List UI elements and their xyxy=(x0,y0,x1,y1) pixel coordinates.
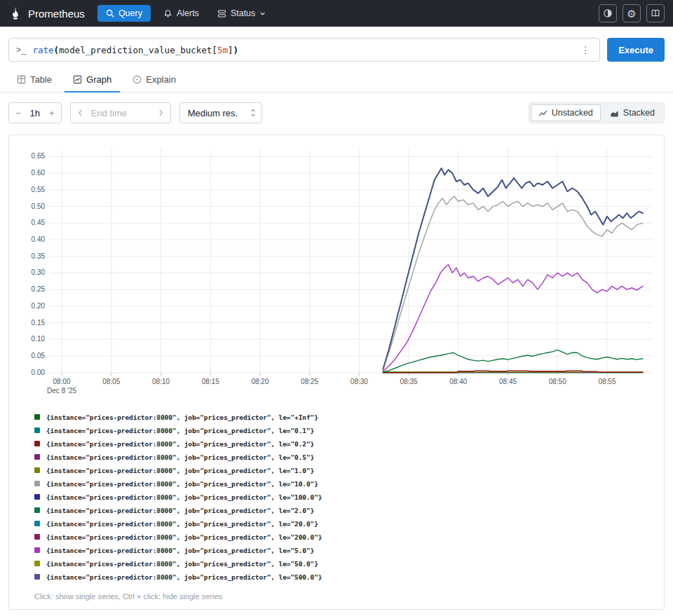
legend-item[interactable]: {instance="prices-predictor:8000", job="… xyxy=(34,544,657,557)
legend-label: {instance="prices-predictor:8000", job="… xyxy=(46,520,318,528)
graph-canvas[interactable]: 0.000.050.100.150.200.250.300.350.400.45… xyxy=(16,144,657,401)
legend-item[interactable]: {instance="prices-predictor:8000", job="… xyxy=(34,437,657,451)
range-value[interactable]: 1h xyxy=(27,103,43,123)
terminal-prompt-icon: >_ xyxy=(16,45,26,55)
range-increase-button[interactable]: + xyxy=(43,103,61,123)
resolution-select[interactable]: Medium res. xyxy=(179,102,263,123)
legend-label: {instance="prices-predictor:8000", job="… xyxy=(46,453,314,461)
legend-label: {instance="prices-predictor:8000", job="… xyxy=(46,560,318,568)
prometheus-logo-icon xyxy=(8,6,22,20)
search-icon xyxy=(106,9,114,18)
legend-list: {instance="prices-predictor:8000", job="… xyxy=(34,411,657,584)
legend-item[interactable]: {instance="prices-predictor:8000", job="… xyxy=(34,451,657,464)
svg-text:08:35: 08:35 xyxy=(400,378,417,385)
svg-text:08:25: 08:25 xyxy=(301,378,318,385)
svg-text:08:05: 08:05 xyxy=(102,378,120,385)
chevron-down-icon xyxy=(259,11,266,17)
brand-name: Prometheus xyxy=(28,8,85,20)
svg-text:0.40: 0.40 xyxy=(32,235,46,243)
settings-button[interactable]: ⚙ xyxy=(623,4,641,22)
legend-label: {instance="prices-predictor:8000", job="… xyxy=(46,467,314,474)
legend-label: {instance="prices-predictor:8000", job="… xyxy=(46,413,318,421)
time-back-button[interactable] xyxy=(71,103,90,123)
legend-item[interactable]: {instance="prices-predictor:8000", job="… xyxy=(34,557,657,570)
svg-text:0.05: 0.05 xyxy=(32,352,46,360)
nav-status[interactable]: Status xyxy=(212,5,271,22)
legend-item[interactable]: {instance="prices-predictor:8000", job="… xyxy=(34,491,657,504)
table-icon xyxy=(17,75,26,84)
nav-alerts-label: Alerts xyxy=(177,8,199,18)
nav-alerts[interactable]: Alerts xyxy=(158,5,205,22)
legend-item[interactable]: {instance="prices-predictor:8000", job="… xyxy=(34,531,657,544)
graph-panel: 0.000.050.100.150.200.250.300.350.400.45… xyxy=(8,135,665,610)
tabs: Table Graph Explain xyxy=(0,62,673,93)
expr-token: [ xyxy=(212,45,217,55)
docs-button[interactable] xyxy=(646,4,665,22)
svg-text:Dec 8 '25: Dec 8 '25 xyxy=(47,387,76,395)
query-expression[interactable]: rate(model_prediction_value_bucket[5m]) xyxy=(32,45,572,55)
legend-label: {instance="prices-predictor:8000", job="… xyxy=(46,533,322,541)
legend-item[interactable]: {instance="prices-predictor:8000", job="… xyxy=(34,504,657,517)
select-updown-icon xyxy=(250,108,256,118)
stacked-button[interactable]: Stacked xyxy=(602,104,662,121)
theme-toggle-button[interactable] xyxy=(599,4,617,22)
svg-text:08:40: 08:40 xyxy=(449,378,467,385)
svg-text:0.45: 0.45 xyxy=(32,219,46,226)
legend-label: {instance="prices-predictor:8000", job="… xyxy=(46,427,314,434)
range-decrease-button[interactable]: − xyxy=(9,103,27,123)
svg-text:0.65: 0.65 xyxy=(32,152,46,160)
query-input[interactable]: >_ rate(model_prediction_value_bucket[5m… xyxy=(8,38,600,62)
svg-text:08:55: 08:55 xyxy=(598,378,616,385)
bell-icon xyxy=(163,9,172,18)
legend-label: {instance="prices-predictor:8000", job="… xyxy=(46,493,322,501)
legend-item[interactable]: {instance="prices-predictor:8000", job="… xyxy=(34,411,657,424)
svg-text:0.15: 0.15 xyxy=(32,319,46,327)
tab-graph[interactable]: Graph xyxy=(64,69,120,93)
legend-item[interactable]: {instance="prices-predictor:8000", job="… xyxy=(34,517,657,531)
expr-token: rate xyxy=(32,45,53,55)
legend-swatch xyxy=(34,494,40,500)
gear-icon: ⚙ xyxy=(627,8,636,19)
legend-swatch xyxy=(34,441,40,446)
legend-item[interactable]: {instance="prices-predictor:8000", job="… xyxy=(34,477,657,491)
legend-item[interactable]: {instance="prices-predictor:8000", job="… xyxy=(34,424,657,437)
nav-status-label: Status xyxy=(231,8,255,18)
legend-item[interactable]: {instance="prices-predictor:8000", job="… xyxy=(34,464,657,477)
tab-table-label: Table xyxy=(30,74,52,85)
svg-text:0.30: 0.30 xyxy=(32,268,46,276)
execute-button[interactable]: Execute xyxy=(607,38,665,62)
chevron-left-icon xyxy=(77,109,83,117)
svg-text:0.00: 0.00 xyxy=(32,369,46,376)
svg-text:0.55: 0.55 xyxy=(32,186,46,193)
legend-label: {instance="prices-predictor:8000", job="… xyxy=(46,480,318,488)
legend-label: {instance="prices-predictor:8000", job="… xyxy=(46,573,322,581)
unstacked-button[interactable]: Unstacked xyxy=(531,104,601,121)
nav-items: Query Alerts Status xyxy=(97,5,271,22)
tab-table[interactable]: Table xyxy=(8,69,60,93)
book-icon xyxy=(651,8,660,18)
svg-text:08:45: 08:45 xyxy=(499,378,517,385)
kebab-menu-icon[interactable]: ⋮ xyxy=(578,44,592,55)
legend-swatch xyxy=(34,547,40,553)
chevron-right-icon xyxy=(158,109,164,117)
svg-text:08:20: 08:20 xyxy=(251,378,268,385)
svg-text:08:15: 08:15 xyxy=(202,378,219,385)
legend-swatch xyxy=(34,534,40,540)
area-chart-icon xyxy=(610,109,619,118)
brand[interactable]: Prometheus xyxy=(8,6,85,20)
time-forward-button[interactable] xyxy=(151,103,170,123)
nav-query-button[interactable]: Query xyxy=(97,5,151,22)
legend-item[interactable]: {instance="prices-predictor:8000", job="… xyxy=(34,570,657,584)
svg-text:08:10: 08:10 xyxy=(152,378,170,385)
expr-token: model_prediction_value_bucket xyxy=(59,45,212,55)
svg-text:0.50: 0.50 xyxy=(32,203,46,210)
end-time-input[interactable] xyxy=(90,107,151,119)
svg-text:08:50: 08:50 xyxy=(549,378,566,385)
svg-text:0.20: 0.20 xyxy=(32,302,46,310)
tab-explain[interactable]: Explain xyxy=(124,69,184,93)
svg-text:0.25: 0.25 xyxy=(32,285,46,293)
nav-query-label: Query xyxy=(118,8,142,18)
tab-explain-label: Explain xyxy=(146,74,176,85)
svg-text:0.35: 0.35 xyxy=(32,252,46,260)
legend-swatch xyxy=(34,481,40,486)
